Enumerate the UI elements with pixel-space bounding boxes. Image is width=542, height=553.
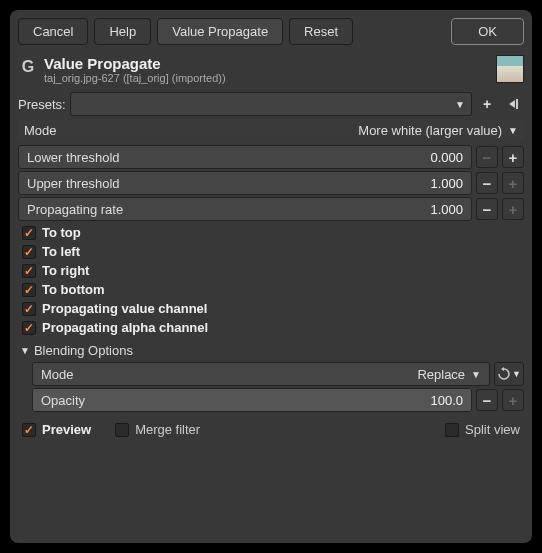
lower-threshold-value: 0.000 [430, 150, 463, 165]
lower-threshold-row: Lower threshold 0.000 − + [18, 145, 524, 169]
to-left-checkbox[interactable] [22, 245, 36, 259]
decrement-button[interactable]: − [476, 389, 498, 411]
preview-checkbox[interactable] [22, 423, 36, 437]
preset-add-button[interactable]: + [476, 93, 498, 115]
increment-button[interactable]: + [502, 146, 524, 168]
increment-button[interactable]: + [502, 172, 524, 194]
title-button[interactable]: Value Propagate [157, 18, 283, 45]
propagating-rate-label: Propagating rate [27, 202, 123, 217]
to-right-checkbox[interactable] [22, 264, 36, 278]
reset-button[interactable]: Reset [289, 18, 353, 45]
lower-threshold-input[interactable]: Lower threshold 0.000 [18, 145, 472, 169]
presets-label: Presets: [18, 97, 66, 112]
header: G Value Propagate taj_orig.jpg-627 ([taj… [18, 55, 524, 84]
propagating-rate-value: 1.000 [430, 202, 463, 217]
decrement-button[interactable]: − [476, 172, 498, 194]
blend-mode-combo[interactable]: Mode Replace ▼ [32, 362, 490, 386]
ok-button[interactable]: OK [451, 18, 524, 45]
to-top-row: To top [18, 223, 524, 242]
propagating-rate-input[interactable]: Propagating rate 1.000 [18, 197, 472, 221]
value-channel-checkbox[interactable] [22, 302, 36, 316]
opacity-label: Opacity [41, 393, 85, 408]
decrement-button[interactable]: − [476, 146, 498, 168]
blend-mode-row: Mode Replace ▼ ▼ [32, 362, 524, 386]
to-bottom-checkbox[interactable] [22, 283, 36, 297]
chevron-down-icon: ▼ [455, 99, 465, 110]
value-channel-label: Propagating value channel [42, 301, 207, 316]
to-left-label: To left [42, 244, 80, 259]
blend-mode-label: Mode [41, 367, 74, 382]
blending-options-content: Mode Replace ▼ ▼ Opacity 100.0 − + [18, 362, 524, 412]
alpha-channel-checkbox[interactable] [22, 321, 36, 335]
increment-button[interactable]: + [502, 389, 524, 411]
mode-row[interactable]: Mode More white (larger value) ▼ [18, 120, 524, 141]
chevron-down-icon: ▼ [471, 369, 481, 380]
increment-button[interactable]: + [502, 198, 524, 220]
upper-threshold-label: Upper threshold [27, 176, 120, 191]
header-text: Value Propagate taj_orig.jpg-627 ([taj_o… [44, 55, 490, 84]
mode-value: More white (larger value) [358, 123, 502, 138]
to-left-row: To left [18, 242, 524, 261]
value-channel-row: Propagating value channel [18, 299, 524, 318]
merge-filter-checkbox[interactable] [115, 423, 129, 437]
preview-label: Preview [42, 422, 91, 437]
dialog-subtitle: taj_orig.jpg-627 ([taj_orig] (imported)) [44, 72, 490, 84]
merge-filter-label: Merge filter [135, 422, 200, 437]
split-view-checkbox[interactable] [445, 423, 459, 437]
upper-threshold-input[interactable]: Upper threshold 1.000 [18, 171, 472, 195]
svg-rect-0 [516, 99, 518, 109]
split-view-label: Split view [465, 422, 520, 437]
mode-label: Mode [24, 123, 57, 138]
gimp-icon: G [18, 57, 38, 77]
opacity-row: Opacity 100.0 − + [32, 388, 524, 412]
propagating-rate-row: Propagating rate 1.000 − + [18, 197, 524, 221]
chevron-down-icon: ▼ [508, 125, 518, 136]
blend-mode-value: Replace [417, 367, 465, 382]
cancel-button[interactable]: Cancel [18, 18, 88, 45]
dialog-title: Value Propagate [44, 55, 490, 72]
to-right-label: To right [42, 263, 89, 278]
to-right-row: To right [18, 261, 524, 280]
to-top-checkbox[interactable] [22, 226, 36, 240]
blending-options-label: Blending Options [34, 343, 133, 358]
to-bottom-row: To bottom [18, 280, 524, 299]
presets-row: Presets: ▼ + [18, 92, 524, 116]
button-bar: Cancel Help Value Propagate Reset OK [18, 18, 524, 45]
alpha-channel-row: Propagating alpha channel [18, 318, 524, 337]
chevron-down-icon: ▼ [20, 345, 30, 356]
chevron-down-icon: ▼ [512, 369, 521, 379]
to-bottom-label: To bottom [42, 282, 105, 297]
image-thumbnail[interactable] [496, 55, 524, 83]
lower-threshold-label: Lower threshold [27, 150, 120, 165]
alpha-channel-label: Propagating alpha channel [42, 320, 208, 335]
opacity-value: 100.0 [430, 393, 463, 408]
upper-threshold-value: 1.000 [430, 176, 463, 191]
opacity-input[interactable]: Opacity 100.0 [32, 388, 472, 412]
to-top-label: To top [42, 225, 81, 240]
help-button[interactable]: Help [94, 18, 151, 45]
upper-threshold-row: Upper threshold 1.000 − + [18, 171, 524, 195]
presets-combo[interactable]: ▼ [70, 92, 472, 116]
footer: Preview Merge filter Split view [18, 420, 524, 439]
dialog-window: Cancel Help Value Propagate Reset OK G V… [10, 10, 532, 543]
blend-mode-reset-button[interactable]: ▼ [494, 362, 524, 386]
preset-menu-button[interactable] [502, 93, 524, 115]
blending-options-expander[interactable]: ▼ Blending Options [18, 337, 524, 362]
decrement-button[interactable]: − [476, 198, 498, 220]
